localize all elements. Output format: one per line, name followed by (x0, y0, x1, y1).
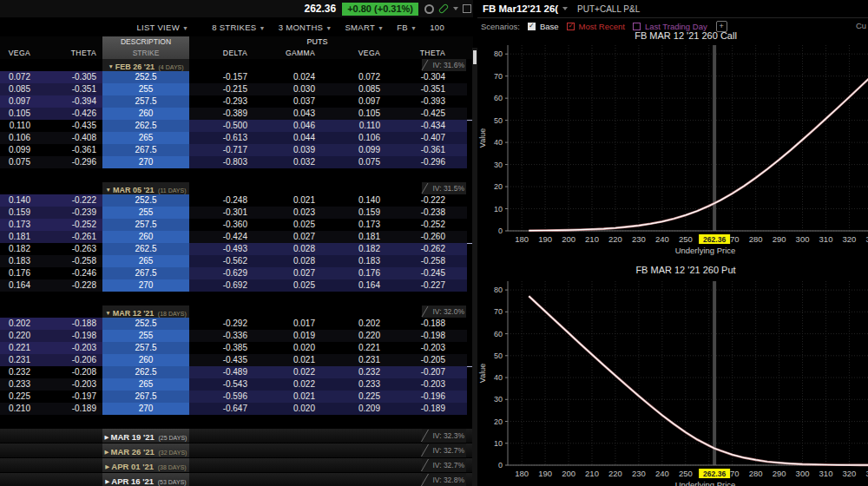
greek-cell: 0.181 (0, 231, 41, 243)
strike-cell[interactable]: 257.5 (102, 219, 189, 231)
contract-selector[interactable]: FB Mar12'21 26( (483, 3, 558, 14)
strike-cell[interactable]: 270 (102, 156, 189, 168)
option-row[interactable]: 0.105-0.426260-0.3890.0430.105-0.425 (0, 108, 473, 120)
option-row[interactable]: 0.220-0.198255-0.3360.0190.220-0.198 (0, 330, 473, 342)
option-row[interactable]: 0.110-0.435262.5-0.5000.0460.110-0.434 (0, 120, 473, 132)
option-row[interactable]: 0.233-0.203265-0.5430.0220.233-0.203 (0, 378, 473, 391)
greek-cell: -0.717 (189, 144, 260, 156)
expiry-group-collapsed-row[interactable]: ▶APR 16 '21 (53 DAYS)IV: 32.8% (0, 473, 473, 486)
exchange-dropdown[interactable]: SMART▼ (345, 23, 384, 32)
strike-cell[interactable]: 260 (102, 354, 189, 366)
col-header-puts-delta[interactable]: DELTA (189, 48, 260, 59)
greek-cell: 0.202 (327, 318, 392, 330)
option-row[interactable]: 0.173-0.252257.5-0.3600.0250.173-0.252 (0, 219, 473, 231)
strike-cell[interactable]: 255 (102, 207, 189, 219)
option-row[interactable]: 0.210-0.189270-0.6470.0200.209-0.189 (0, 403, 473, 415)
strike-cell[interactable]: 267.5 (102, 267, 189, 279)
symbol-dropdown[interactable]: FB▼ (397, 23, 417, 32)
strike-cell[interactable]: 262.5 (102, 243, 189, 255)
strike-cell[interactable]: 257.5 (102, 95, 189, 108)
strike-cell[interactable]: 265 (102, 132, 189, 144)
col-header-calls-theta[interactable]: THETA (41, 48, 102, 59)
expiry-group-label[interactable]: ▼MAR 12 '21 (18 DAYS) (102, 305, 189, 318)
expand-icon[interactable] (463, 4, 471, 13)
scrollbar-thumb[interactable] (473, 50, 477, 64)
topbar-icons (424, 4, 471, 14)
list-view-dropdown[interactable]: LIST VIEW▼ (136, 23, 188, 32)
strike-cell[interactable]: 255 (102, 83, 189, 95)
option-row[interactable]: 0.106-0.408265-0.6130.0440.106-0.407 (0, 132, 473, 144)
greek-cell: 0.020 (260, 342, 327, 354)
option-row[interactable]: 0.072-0.305252.5-0.1570.0240.072-0.304 (0, 71, 473, 83)
expiry-group-header[interactable]: ▼MAR 12 '21 (18 DAYS)IV: 32.0% (0, 305, 473, 318)
expiry-group-collapsed-row[interactable]: ▶MAR 19 '21 (25 DAYS)IV: 32.3% (0, 429, 473, 443)
expiry-group-label[interactable]: ▶APR 01 '21 (38 DAYS) (102, 458, 189, 472)
strike-cell[interactable]: 265 (102, 378, 189, 391)
expiry-group-label[interactable]: ▼MAR 05 '21 (11 DAYS) (102, 182, 189, 194)
greek-cell: -0.252 (41, 219, 102, 231)
greek-cell: -0.351 (41, 83, 102, 95)
strike-cell[interactable]: 252.5 (102, 318, 189, 330)
option-row[interactable]: 0.182-0.263262.5-0.4930.0280.182-0.262 (0, 243, 473, 255)
strike-cell[interactable]: 265 (102, 255, 189, 267)
expiry-group-label[interactable]: ▶MAR 19 '21 (25 DAYS) (102, 429, 189, 443)
expiry-group-header[interactable]: ▼FEB 26 '21 (4 DAYS)IV: 31.6% (0, 59, 473, 71)
strike-cell[interactable]: 260 (102, 108, 189, 120)
option-row[interactable]: 0.075-0.296270-0.8030.0320.075-0.296 (0, 156, 473, 168)
col-header-puts-gamma[interactable]: GAMMA (260, 48, 327, 59)
greek-cell: -0.435 (41, 120, 102, 132)
expiry-group-label[interactable]: ▶MAR 26 '21 (32 DAYS) (102, 443, 189, 457)
option-row[interactable]: 0.099-0.361267.5-0.7170.0390.099-0.361 (0, 144, 473, 156)
option-row[interactable]: 0.097-0.394257.5-0.2930.0370.097-0.393 (0, 95, 473, 108)
option-row[interactable]: 0.232-0.208262.5-0.4890.0220.232-0.207 (0, 366, 473, 378)
option-row[interactable]: 0.164-0.228270-0.6920.0250.164-0.227 (0, 279, 473, 292)
option-row[interactable]: 0.225-0.197267.5-0.5960.0210.225-0.196 (0, 391, 473, 403)
greek-cell: 0.110 (327, 120, 392, 132)
strike-cell[interactable]: 260 (102, 231, 189, 243)
greek-cell: 0.037 (260, 95, 327, 108)
expiry-group-label[interactable]: ▼FEB 26 '21 (4 DAYS) (102, 59, 189, 71)
expiry-name: APR 16 '21 (111, 476, 155, 486)
option-row[interactable]: 0.231-0.206260-0.4350.0210.231-0.205 (0, 354, 473, 366)
greek-cell: -0.647 (189, 403, 260, 415)
strike-cell[interactable]: 267.5 (102, 144, 189, 156)
svg-text:210: 210 (585, 469, 599, 478)
greek-cell: 0.225 (0, 391, 41, 403)
strike-cell[interactable]: 262.5 (102, 120, 189, 132)
option-row[interactable]: 0.221-0.203257.5-0.3850.0200.221-0.203 (0, 342, 473, 354)
chevron-down-icon[interactable] (453, 7, 458, 10)
strike-cell[interactable]: 257.5 (102, 342, 189, 354)
col-header-calls-vega[interactable]: VEGA (0, 48, 41, 59)
option-row[interactable]: 0.085-0.351255-0.2150.0300.085-0.351 (0, 83, 473, 95)
strike-cell[interactable]: 252.5 (102, 71, 189, 83)
greek-cell: 0.232 (327, 366, 392, 378)
strike-cell[interactable]: 262.5 (102, 366, 189, 378)
expiry-group-collapsed-row[interactable]: ▶MAR 26 '21 (32 DAYS)IV: 32.7% (0, 443, 473, 457)
link-icon[interactable] (438, 3, 450, 15)
strike-cell[interactable]: 255 (102, 330, 189, 342)
chevron-down-icon[interactable] (562, 7, 568, 10)
option-row[interactable]: 0.202-0.188252.5-0.2920.0170.202-0.188 (0, 318, 473, 330)
option-row[interactable]: 0.140-0.222252.5-0.2480.0210.140-0.222 (0, 194, 473, 207)
strikes-dropdown[interactable]: 8 STRIKES▼ (212, 23, 266, 32)
option-row[interactable]: 0.176-0.246267.5-0.6290.0270.176-0.245 (0, 267, 473, 279)
greek-cell: -0.258 (41, 255, 102, 267)
greek-cell: 0.225 (327, 391, 392, 403)
col-header-puts-vega[interactable]: VEGA (327, 48, 392, 59)
col-header-puts-theta[interactable]: THETA (392, 48, 467, 59)
strike-cell[interactable]: 270 (102, 279, 189, 292)
strike-cell[interactable]: 252.5 (102, 194, 189, 207)
greek-cell: -0.351 (392, 83, 467, 95)
greek-cell: 0.097 (327, 95, 392, 108)
strike-cell[interactable]: 270 (102, 403, 189, 415)
option-row[interactable]: 0.183-0.258265-0.5620.0280.183-0.258 (0, 255, 473, 267)
greek-cell: -0.205 (392, 354, 467, 366)
gear-icon[interactable] (424, 4, 434, 14)
expiry-group-collapsed-row[interactable]: ▶APR 01 '21 (38 DAYS)IV: 32.7% (0, 458, 473, 472)
option-row[interactable]: 0.159-0.239255-0.3010.0230.159-0.238 (0, 207, 473, 219)
option-row[interactable]: 0.181-0.261260-0.4240.0270.181-0.260 (0, 231, 473, 243)
months-dropdown[interactable]: 3 MONTHS▼ (279, 23, 332, 32)
expiry-group-header[interactable]: ▼MAR 05 '21 (11 DAYS)IV: 31.5% (0, 182, 473, 194)
strike-cell[interactable]: 267.5 (102, 391, 189, 403)
expiry-group-label[interactable]: ▶APR 16 '21 (53 DAYS) (102, 473, 189, 486)
